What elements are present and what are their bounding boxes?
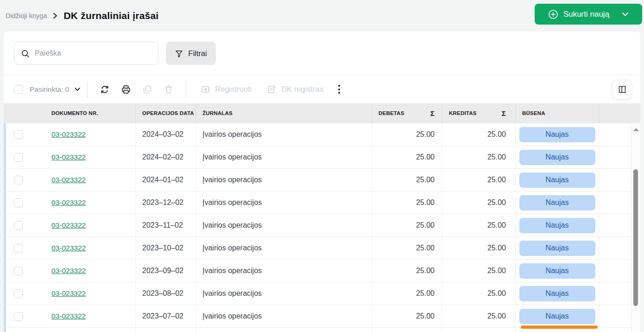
debit-amount: 25.00 (372, 214, 442, 236)
refresh-icon (100, 84, 110, 95)
refresh-button[interactable] (94, 80, 115, 99)
debit-amount: 25.00 (372, 237, 442, 259)
register-label: Registruoti (215, 85, 252, 94)
debit-amount: 25.00 (372, 123, 442, 146)
chevron-down-icon[interactable] (74, 87, 81, 91)
status-badge[interactable]: Naujas (519, 127, 595, 142)
operation-date: 2023–09–02 (136, 260, 196, 282)
credit-amount: 25.00 (442, 282, 516, 305)
journal-name: Įvairios operacijos (196, 282, 372, 305)
row-indicator (4, 146, 6, 168)
document-link[interactable]: 03-023322 (51, 130, 86, 139)
search-input[interactable] (35, 49, 152, 57)
filters-button[interactable]: Filtrai (166, 42, 216, 65)
debit-amount: 25.00 (372, 305, 442, 327)
table-row: 03-023322 2023–12–02 Įvairios operacijos… (4, 192, 640, 214)
more-actions-button[interactable] (334, 82, 345, 96)
credit-amount: 25.00 (442, 169, 516, 191)
row-indicator (4, 169, 6, 191)
debit-amount: 25.00 (372, 169, 442, 191)
status-badge[interactable]: Naujas (519, 286, 595, 301)
sum-icon[interactable]: Σ (502, 109, 506, 118)
search-icon (21, 49, 30, 58)
scroll-icon (266, 84, 277, 95)
delete-button[interactable] (158, 80, 179, 99)
table-body: 03-023322 2024–03–02 Įvairios operacijos… (4, 123, 640, 328)
status-badge[interactable]: Naujas (519, 309, 595, 324)
row-checkbox[interactable] (14, 312, 23, 321)
header-operation-date[interactable]: OPERACIJOS DATA (136, 103, 196, 123)
row-checkbox[interactable] (14, 153, 23, 162)
kebab-dot (338, 89, 340, 90)
header-debit[interactable]: DEBETAS Σ (372, 103, 442, 123)
kebab-dot (338, 85, 340, 87)
status-badge[interactable]: Naujas (519, 150, 595, 165)
journal-name: Įvairios operacijos (196, 237, 372, 259)
breadcrumb: Didžioji knyga DK žurnaliniai įrašai (0, 10, 158, 21)
credit-amount: 25.00 (442, 260, 516, 282)
document-link[interactable]: 03-023322 (51, 221, 86, 230)
table-row: 03-023322 2023–07–02 Įvairios operacijos… (4, 305, 640, 328)
status-badge[interactable]: Naujas (519, 218, 595, 233)
columns-icon (618, 85, 626, 94)
header-checkbox-column (4, 103, 44, 123)
document-link[interactable]: 03-023322 (51, 153, 86, 161)
duplicate-button[interactable] (137, 80, 158, 99)
document-link[interactable]: 03-023322 (51, 312, 86, 320)
header-status[interactable]: BŪSENA (516, 103, 599, 123)
row-indicator (4, 282, 6, 305)
status-badge[interactable]: Naujas (519, 241, 595, 256)
header-journal[interactable]: ŽURNALAS (196, 103, 372, 123)
credit-amount: 25.00 (442, 123, 516, 146)
search-input-wrapper[interactable] (14, 42, 158, 65)
plus-circle-icon (548, 9, 558, 19)
document-link[interactable]: 03-023322 (51, 289, 86, 298)
journal-name: Įvairios operacijos (196, 214, 372, 236)
column-settings-button[interactable] (612, 79, 632, 99)
credit-amount: 25.00 (442, 146, 516, 168)
header-credit[interactable]: KREDITAS Σ (442, 103, 516, 123)
row-checkbox[interactable] (14, 198, 23, 207)
dk-register-button[interactable]: DK registras (266, 84, 323, 95)
document-link[interactable]: 03-023322 (51, 244, 86, 252)
scroll-up-arrow-icon[interactable] (633, 128, 639, 131)
chevron-down-icon[interactable] (622, 12, 629, 17)
row-checkbox[interactable] (14, 221, 23, 230)
page-header: Didžioji knyga DK žurnaliniai įrašai Suk… (0, 0, 644, 32)
debit-amount: 25.00 (372, 260, 442, 282)
operation-date: 2023–08–02 (136, 282, 196, 305)
credit-amount: 25.00 (442, 192, 516, 214)
select-all-checkbox[interactable] (14, 85, 23, 94)
document-link[interactable]: 03-023322 (51, 267, 86, 275)
row-checkbox[interactable] (14, 244, 23, 253)
sum-icon[interactable]: Σ (430, 109, 435, 118)
header-document-nr[interactable]: DOKUMENTO NR. (44, 103, 136, 123)
register-button[interactable]: Registruoti (200, 84, 252, 95)
row-checkbox[interactable] (14, 267, 23, 275)
status-badge[interactable]: Naujas (519, 195, 595, 211)
filters-label: Filtrai (188, 49, 207, 58)
breadcrumb-parent-link[interactable]: Didžioji knyga (6, 12, 47, 19)
content-panel: Filtrai Pasirinkta: 0 (4, 32, 640, 332)
print-button[interactable] (115, 80, 137, 99)
document-link[interactable]: 03-023322 (51, 176, 86, 184)
toolbar-divider (87, 81, 88, 98)
page-title: DK žurnaliniai įrašai (63, 10, 158, 21)
status-badge[interactable]: Naujas (519, 172, 595, 188)
dk-register-label: DK registras (281, 85, 323, 94)
box-arrow-right-icon (200, 84, 210, 95)
selected-count-label: Pasirinkta: 0 (30, 85, 69, 94)
document-link[interactable]: 03-023322 (51, 198, 86, 207)
row-checkbox[interactable] (14, 130, 23, 139)
create-new-button[interactable]: Sukurti naują (535, 4, 642, 25)
row-checkbox[interactable] (14, 289, 23, 298)
search-section: Filtrai (4, 32, 640, 75)
status-badge[interactable]: Naujas (519, 263, 595, 279)
table-row: 03-023322 2023–11–02 Įvairios operacijos… (4, 214, 640, 237)
scrollbar-thumb[interactable] (633, 169, 638, 306)
row-checkbox[interactable] (14, 176, 23, 185)
vertical-scrollbar[interactable] (631, 124, 640, 332)
table-row: 03-023322 2024–02–02 Įvairios operacijos… (4, 146, 640, 169)
journal-name: Įvairios operacijos (196, 146, 372, 168)
credit-amount: 25.00 (442, 305, 516, 327)
